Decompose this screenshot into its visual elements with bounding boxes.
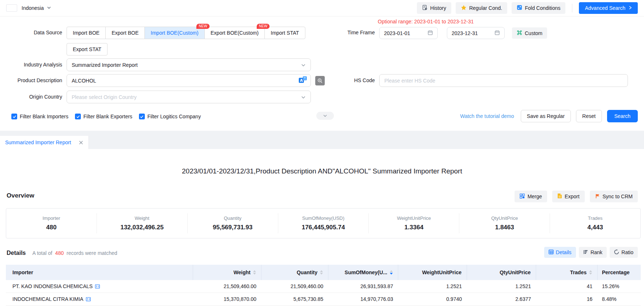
view-ratio-button[interactable]: Ratio [610, 247, 638, 258]
filter-blank-exporters-checkbox[interactable]: Filter Blank Exporters [75, 114, 132, 119]
product-description-field: A [67, 74, 311, 87]
industry-analysis-label: Industry Analysis [4, 58, 62, 71]
export-button[interactable]: Export [552, 191, 584, 202]
column-header-weight[interactable]: Weight [193, 265, 261, 280]
table-header-row: Importer Weight Quantity SumOfMoney(U...… [6, 265, 641, 280]
stat-label: Quantity [188, 215, 278, 221]
tutorial-demo-link[interactable]: Watch the tutorial demo [460, 113, 514, 119]
cell-quantity: 21,509,460.00 [261, 283, 328, 289]
company-card-icon[interactable] [95, 284, 100, 289]
filter-logitics-company-checkbox[interactable]: Filter Logitics Company [139, 114, 201, 119]
stat-weight: Weight 132,032,496.25 [97, 213, 187, 233]
details-heading-row: Details A total of 480 records were matc… [7, 250, 117, 256]
command-icon [517, 30, 522, 37]
topbar-actions: History Regular Cond. Fold Conditions Ad… [417, 2, 638, 14]
tab-export-stat[interactable]: Export STAT [67, 43, 108, 56]
product-description-label: Product Description [4, 74, 62, 87]
product-description-input[interactable] [72, 78, 299, 84]
stat-label: WeightUnitPrice [369, 215, 459, 221]
tab-export-boe-custom[interactable]: Export BOE(Custom) NEW [204, 27, 265, 39]
column-header-percentage[interactable]: Percentage [598, 265, 641, 280]
merge-label: Merge [527, 194, 542, 199]
collapse-form-button[interactable] [316, 112, 334, 120]
country-chevron-down-icon[interactable] [47, 5, 51, 11]
fold-conditions-button[interactable]: Fold Conditions [512, 2, 565, 14]
filter-blank-importers-checkbox[interactable]: Filter Blank Importers [11, 114, 68, 119]
stat-label: QtyUnitPrice [459, 215, 550, 221]
ratio-circle-icon [614, 249, 619, 256]
sort-icon-descending-active[interactable] [390, 270, 393, 275]
save-as-regular-button[interactable]: Save as Regular [521, 110, 571, 122]
end-date-input[interactable]: 2023-12-31 [447, 27, 505, 39]
table-row[interactable]: INDOCHEMICAL CITRA KIMIA 15,370,870.00 5… [6, 293, 641, 306]
sort-icon[interactable] [253, 270, 256, 275]
tab-import-boe[interactable]: Import BOE [67, 27, 106, 39]
column-header-trades[interactable]: Trades [536, 265, 598, 280]
start-date-input[interactable]: 2023-01-01 [379, 27, 438, 39]
column-label: Trades [570, 269, 587, 275]
company-card-icon[interactable] [86, 297, 91, 302]
tab-export-boe-custom-label: Export BOE(Custom) [211, 30, 259, 36]
filter-checkbox-row: Filter Blank Importers Filter Blank Expo… [11, 114, 201, 119]
stat-label: SumOfMoney(USD) [278, 215, 369, 221]
search-button[interactable]: Search [607, 110, 638, 122]
regular-cond-label: Regular Cond. [469, 5, 502, 11]
checkbox-checked-icon [75, 114, 81, 119]
hs-code-label: HS Code [316, 74, 375, 87]
column-header-qty-unit-price[interactable]: QtyUnitPrice [467, 265, 536, 280]
hs-code-input[interactable] [379, 74, 628, 87]
view-details-button[interactable]: Details [544, 247, 576, 258]
stat-value: 480 [6, 224, 97, 231]
cell-weight: 21,509,460.00 [193, 283, 261, 289]
column-header-quantity[interactable]: Quantity [261, 265, 328, 280]
reset-button[interactable]: Reset [576, 110, 602, 122]
importer-name-link[interactable]: INDOCHEMICAL CITRA KIMIA [12, 296, 83, 302]
close-icon[interactable] [79, 140, 83, 145]
sort-icon[interactable] [589, 270, 592, 275]
tab-import-stat[interactable]: Import STAT [264, 27, 305, 39]
rank-list-icon [583, 249, 588, 256]
cell-quantity: 5,675,730.85 [261, 296, 328, 302]
sort-icon[interactable] [320, 270, 323, 275]
details-table: Importer Weight Quantity SumOfMoney(U...… [6, 265, 641, 306]
table-row[interactable]: PT. KAO INDONESIA CHEMICALS 21,509,460.0… [6, 280, 641, 293]
tab-export-boe[interactable]: Export BOE [105, 27, 145, 39]
country-selector-label[interactable]: Indonesia [22, 5, 44, 11]
custom-label: Custom [525, 30, 542, 36]
column-header-importer[interactable]: Importer [6, 265, 193, 280]
sync-crm-icon [595, 194, 600, 200]
filter-logitics-company-label: Filter Logitics Company [147, 114, 201, 119]
history-icon [422, 5, 428, 11]
stat-label: Importer [6, 215, 97, 221]
data-source-tabs: Import BOE Export BOE Import BOE(Custom)… [67, 27, 305, 39]
industry-analysis-select[interactable]: Summarized Importer Report [67, 58, 311, 71]
indonesia-flag-icon [6, 4, 17, 12]
stat-value: 176,445,905.74 [278, 224, 369, 231]
total-count: 480 [55, 250, 64, 256]
custom-range-button[interactable]: Custom [512, 27, 547, 39]
stat-value: 1.3364 [369, 224, 459, 231]
importer-name-link[interactable]: PT. KAO INDONESIA CHEMICALS [12, 283, 93, 289]
stat-value: 95,569,731.93 [188, 224, 278, 231]
origin-country-select[interactable]: Please select Origin Country [67, 91, 311, 103]
cell-trades: 41 [536, 283, 598, 289]
history-button[interactable]: History [417, 2, 451, 14]
column-label: Importer [12, 269, 33, 275]
sync-to-crm-button[interactable]: Sync to CRM [590, 191, 638, 202]
overview-stats: Importer 480 Weight 132,032,496.25 Quant… [6, 208, 641, 238]
translate-icon[interactable]: A [299, 76, 307, 85]
tab-summarized-importer-report[interactable]: Summarized Importer Report [0, 136, 89, 149]
column-header-sum-of-money[interactable]: SumOfMoney(U... [328, 265, 398, 280]
column-header-weight-unit-price[interactable]: WeightUnitPrice [398, 265, 467, 280]
result-tab-strip: Summarized Importer Report [0, 131, 644, 149]
trade-data-search-page: Indonesia History Regular Cond. [0, 0, 644, 306]
tab-import-boe-custom[interactable]: Import BOE(Custom) NEW [144, 27, 205, 39]
advanced-search-button[interactable]: Advanced Search [579, 2, 638, 14]
tab-import-boe-label: Import BOE [73, 30, 99, 36]
optional-range-hint: Optional range: 2023-01-01 to 2023-12-31 [378, 19, 474, 24]
merge-button[interactable]: Merge [515, 191, 547, 202]
filter-blank-exporters-label: Filter Blank Exporters [83, 114, 132, 119]
regular-cond-button[interactable]: Regular Cond. [456, 2, 507, 14]
view-rank-button[interactable]: Rank [579, 247, 607, 258]
stat-value: 1.8463 [459, 224, 550, 231]
